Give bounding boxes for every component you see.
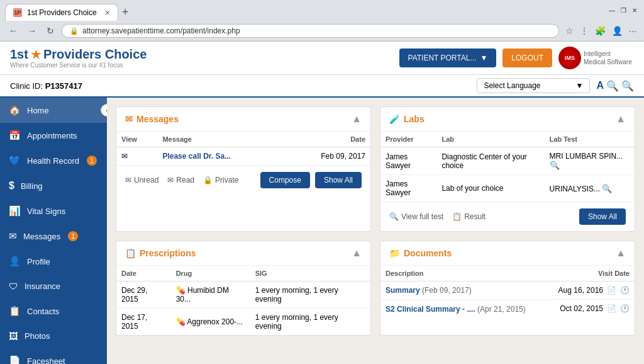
bookmark-icon[interactable]: ☆ (564, 25, 575, 37)
sidebar-item-vital-signs[interactable]: 📊 Vital Signs (0, 198, 107, 224)
font-size-icon[interactable]: A (596, 80, 604, 92)
home-icon: 🏠 (9, 105, 21, 116)
rx-col-drug: Drug (171, 266, 250, 282)
ims-icon: IMS (558, 47, 581, 69)
insurance-icon: 🛡 (9, 281, 18, 292)
messages-card-header: ✉ Messages ▲ (116, 107, 370, 132)
doc-clock-icon-2[interactable]: 🕐 (620, 304, 630, 313)
minimize-button[interactable]: — (608, 6, 616, 15)
labs-card-title: 🧪 Labs (389, 114, 425, 124)
messages-collapse-icon[interactable]: ▲ (352, 113, 362, 125)
sidebar-item-contacts-label: Contacts (27, 307, 59, 316)
maximize-button[interactable]: ❐ (619, 6, 628, 15)
rx-date-1: Dec 29, 2015 (116, 282, 171, 309)
lang-label: Select Language (484, 81, 540, 90)
new-tab-button[interactable]: + (118, 6, 133, 19)
doc-file-icon-1[interactable]: 📄 (607, 286, 616, 295)
labs-card-header: 🧪 Labs ▲ (380, 107, 635, 132)
rx-col-date: Date (116, 266, 171, 282)
prescriptions-icon: 📋 (125, 248, 136, 258)
close-button[interactable]: ✕ (630, 6, 639, 15)
sidebar-item-home-label: Home (27, 106, 49, 115)
unread-icon: ✉ (125, 176, 131, 185)
sidebar-item-home[interactable]: 🏠 Home ‹ (0, 98, 107, 123)
facesheet-icon: 📄 (9, 355, 21, 364)
status-private: 🔒 Private (203, 176, 238, 185)
documents-card: 📁 Documents ▲ Description Visit Date (380, 241, 635, 336)
doc-link-2[interactable]: S2 Clinical Summary - .... (386, 305, 475, 314)
documents-icon: 📁 (389, 248, 400, 258)
more-icon[interactable]: ··· (628, 25, 638, 37)
forward-button[interactable]: → (25, 25, 39, 37)
language-select[interactable]: Select Language ▼ (477, 78, 590, 93)
back-button[interactable]: ← (6, 25, 20, 37)
sidebar-item-appointments[interactable]: 📅 Appointments (0, 123, 107, 148)
result-link[interactable]: 📋 Result (452, 212, 486, 221)
messages-card: ✉ Messages ▲ View Message Date (116, 106, 371, 232)
doc-date-1: (Feb 09, 2017) (422, 286, 472, 295)
address-input[interactable]: 🔒 attorney.savepatienttime.com/patient/i… (62, 24, 559, 38)
view-full-test-icon: 🔍 (389, 212, 399, 221)
sidebar-item-contacts[interactable]: 📋 Contacts (0, 299, 107, 324)
rx-icon-1: 💊 (176, 286, 186, 295)
menu-icon[interactable]: ⋮ (579, 25, 590, 37)
ims-label: Intelligent Medical Software (584, 50, 634, 66)
profile-icon[interactable]: 👤 (611, 25, 624, 37)
logo-star: ★ (31, 48, 41, 62)
sidebar-item-billing-label: Billing (21, 181, 43, 191)
labs-col-provider: Provider (380, 132, 436, 147)
compose-button[interactable]: Compose (260, 172, 310, 188)
labs-col-lab: Lab (436, 132, 544, 147)
logout-button[interactable]: LOGOUT (502, 48, 552, 67)
extensions-icon[interactable]: 🧩 (594, 25, 607, 37)
sidebar-item-facesheet[interactable]: 📄 Facesheet (0, 348, 107, 364)
lab-search-icon-2[interactable]: 🔍 (602, 184, 612, 193)
sidebar-item-photos[interactable]: 🖼 Photos (0, 324, 107, 348)
sidebar-collapse-button[interactable]: ‹ (101, 104, 107, 117)
patient-portal-button[interactable]: PATIENT PORTAL... ▼ (399, 48, 497, 67)
browser-tab[interactable]: 1P 1st Providers Choice × (5, 4, 118, 21)
sidebar-item-insurance-label: Insurance (25, 282, 60, 291)
lang-chevron-icon: ▼ (576, 81, 584, 90)
rx-col-sig: SIG (250, 266, 370, 282)
view-full-test-label: View full test (401, 212, 443, 221)
lab-search-icon-1[interactable]: 🔍 (550, 161, 560, 170)
lab-name-1: Diagnostic Center of your choice (436, 147, 544, 175)
unread-label: Unread (134, 176, 158, 185)
sidebar-item-photos-label: Photos (25, 331, 50, 341)
reload-button[interactable]: ↻ (44, 25, 57, 37)
sidebar-item-health-record[interactable]: 💙 Health Record 1 (0, 148, 107, 173)
message-link[interactable]: Please call Dr. Sa... (162, 152, 231, 161)
labs-collapse-icon[interactable]: ▲ (616, 113, 626, 125)
sidebar-item-messages[interactable]: ✉ Messages 1 (0, 224, 107, 249)
messages-col-date: Date (283, 132, 370, 147)
messages-show-all-button[interactable]: Show All (315, 172, 362, 188)
search-icon-2[interactable]: 🔍 (621, 80, 634, 92)
prescriptions-collapse-icon[interactable]: ▲ (352, 247, 362, 259)
ims-logo: IMS Intelligent Medical Software (558, 47, 634, 69)
doc-col-description: Description (380, 266, 545, 282)
patient-portal-label: PATIENT PORTAL... (408, 54, 477, 62)
documents-collapse-icon[interactable]: ▲ (616, 247, 626, 259)
clinic-bar-right: Select Language ▼ A 🔍 🔍 (477, 78, 634, 93)
sidebar-item-insurance[interactable]: 🛡 Insurance (0, 274, 107, 299)
sidebar-item-billing[interactable]: $ Billing (0, 173, 107, 198)
sidebar-item-vital-signs-label: Vital Signs (27, 207, 65, 216)
message-view-icon: ✉ (116, 147, 157, 166)
labs-col-test: Lab Test (545, 132, 635, 147)
header-right: PATIENT PORTAL... ▼ LOGOUT IMS Intellige… (399, 47, 634, 69)
tab-close-button[interactable]: × (105, 8, 110, 18)
doc-clock-icon-1[interactable]: 🕐 (620, 286, 630, 295)
search-icon-1[interactable]: 🔍 (606, 80, 619, 92)
doc-visit-date-1: Aug 16, 2016 📄 🕐 (545, 282, 635, 300)
sidebar-item-profile[interactable]: 👤 Profile (0, 249, 107, 274)
view-full-test-link[interactable]: 🔍 View full test (389, 212, 443, 221)
rx-icon-2: 💊 (176, 317, 186, 326)
labs-show-all-button[interactable]: Show All (579, 208, 626, 225)
contacts-icon: 📋 (9, 305, 21, 317)
lab-provider-2: James Sawyer (380, 175, 436, 202)
clinic-id-value: P1357417 (45, 81, 82, 91)
content-area: ✉ Messages ▲ View Message Date (107, 98, 644, 364)
doc-file-icon-2[interactable]: 📄 (607, 304, 616, 313)
doc-link-1[interactable]: Summary (386, 286, 420, 295)
